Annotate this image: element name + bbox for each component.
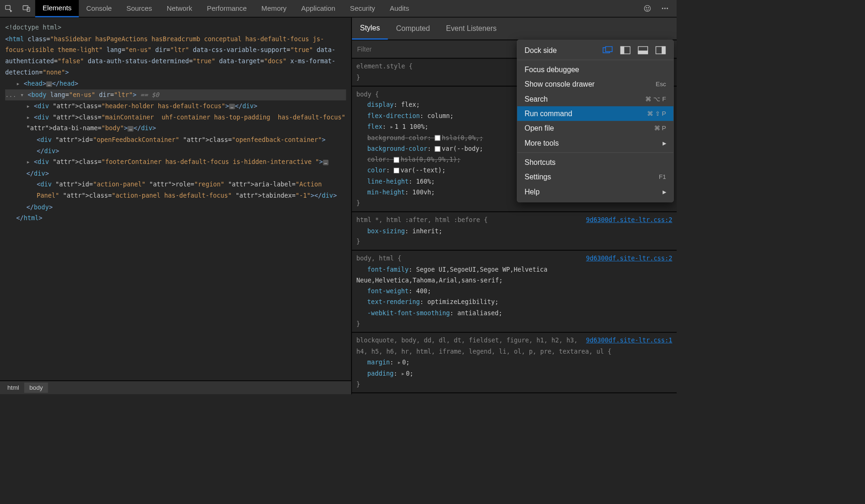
devtools-topbar: ElementsConsoleSourcesNetworkPerformance…	[0, 0, 677, 18]
source-link[interactable]: 9d6300df.site-ltr.css:1	[586, 335, 672, 346]
dom-breadcrumb: htmlbody	[0, 380, 351, 394]
svg-point-6	[662, 8, 664, 9]
svg-point-5	[648, 7, 649, 8]
devtools-main-menu: Dock side Focus debuggeeShow console dra…	[517, 39, 674, 202]
menu-item-settings[interactable]: SettingsF1	[517, 170, 673, 184]
dock-left-icon[interactable]	[620, 46, 631, 55]
device-toolbar-icon[interactable]	[18, 0, 36, 17]
svg-point-7	[664, 8, 666, 9]
menu-item-search[interactable]: Search⌘ ⌥ F	[517, 92, 673, 106]
dom-node[interactable]: <div "attr">class="mainContainer uhf-con…	[26, 111, 346, 134]
css-rule[interactable]: 9d6300df.site-ltr.css:1blockquote, body,…	[352, 333, 677, 393]
dock-bottom-icon[interactable]	[637, 46, 648, 55]
svg-rect-10	[605, 46, 612, 52]
dock-right-icon[interactable]	[655, 46, 666, 55]
subtab-computed[interactable]: Computed	[388, 18, 438, 40]
menu-item-show console drawer[interactable]: Show console drawerEsc	[517, 77, 673, 91]
dock-side-label: Dock side	[524, 46, 557, 54]
menu-item-more tools[interactable]: More tools▸	[517, 135, 673, 150]
menu-item-help[interactable]: Help▸	[517, 184, 673, 199]
svg-rect-2	[27, 7, 30, 12]
menu-item-focus debuggee[interactable]: Focus debuggee	[517, 62, 673, 77]
dom-node[interactable]: <div "attr">class="footerContainer has-d…	[26, 156, 346, 179]
tab-network[interactable]: Network	[159, 0, 200, 17]
main-tabs: ElementsConsoleSourcesNetworkPerformance…	[35, 0, 639, 17]
tab-sources[interactable]: Sources	[119, 0, 159, 17]
source-link[interactable]: 9d6300df.site-ltr.css:2	[586, 215, 672, 225]
breadcrumb-body[interactable]: body	[24, 383, 48, 393]
menu-item-run command[interactable]: Run command⌘ ⇧ P	[517, 106, 673, 121]
subtab-styles[interactable]: Styles	[352, 18, 388, 40]
svg-point-8	[667, 8, 668, 9]
svg-rect-0	[6, 6, 10, 10]
doctype-text: <!doctype html>	[5, 24, 61, 31]
tab-memory[interactable]: Memory	[254, 0, 294, 17]
subtab-event listeners[interactable]: Event Listeners	[438, 18, 505, 40]
html-close-tag: </html>	[16, 213, 346, 224]
elements-panel: <!doctype html> <html class="hasSidebar …	[0, 18, 352, 394]
source-link[interactable]: 9d6300df.site-ltr.css:2	[586, 253, 672, 264]
styles-subtabs: StylesComputedEvent Listeners	[352, 18, 677, 41]
css-rule[interactable]: 9d6300df.site-ltr.css:2body, html {font-…	[352, 251, 677, 333]
tab-elements[interactable]: Elements	[35, 0, 79, 17]
body-selected-row[interactable]: ... <body lang="en-us" dir="ltr"> == $0	[5, 89, 346, 101]
tab-console[interactable]: Console	[79, 0, 119, 17]
dom-tree[interactable]: <!doctype html> <html class="hasSidebar …	[0, 18, 351, 380]
svg-point-4	[646, 7, 647, 8]
dom-node[interactable]: <div "attr">id="openFeedbackContainer" "…	[37, 134, 346, 156]
html-open-tag[interactable]: <html class="hasSidebar hasPageActions h…	[5, 33, 346, 78]
svg-rect-12	[620, 46, 624, 54]
styles-panel: StylesComputedEvent Listeners element.st…	[352, 18, 677, 394]
inspect-element-icon[interactable]	[0, 0, 18, 17]
tab-performance[interactable]: Performance	[200, 0, 254, 17]
dom-node[interactable]: <div "attr">class="header-holder has-def…	[26, 100, 346, 111]
tab-application[interactable]: Application	[294, 0, 343, 17]
dock-undock-icon[interactable]	[602, 46, 613, 55]
head-collapsed[interactable]: <head>…</head>	[16, 78, 346, 89]
smiley-feedback-icon[interactable]	[639, 0, 656, 17]
kebab-menu-icon[interactable]	[656, 0, 674, 17]
body-close-tag: </body>	[26, 201, 346, 213]
tab-audits[interactable]: Audits	[382, 0, 417, 17]
svg-rect-14	[638, 51, 648, 54]
dom-node[interactable]: <div "attr">id="action-panel" "attr">rol…	[37, 179, 346, 201]
css-rule[interactable]: 9d6300df.site-ltr.css:2html *, html :aft…	[352, 212, 677, 251]
svg-rect-16	[662, 46, 665, 54]
tab-security[interactable]: Security	[343, 0, 382, 17]
dock-side-row: Dock side	[517, 43, 673, 58]
breadcrumb-html[interactable]: html	[2, 383, 24, 393]
menu-item-shortcuts[interactable]: Shortcuts	[517, 155, 673, 170]
svg-point-3	[644, 6, 650, 12]
menu-item-open file[interactable]: Open file⌘ P	[517, 121, 673, 135]
